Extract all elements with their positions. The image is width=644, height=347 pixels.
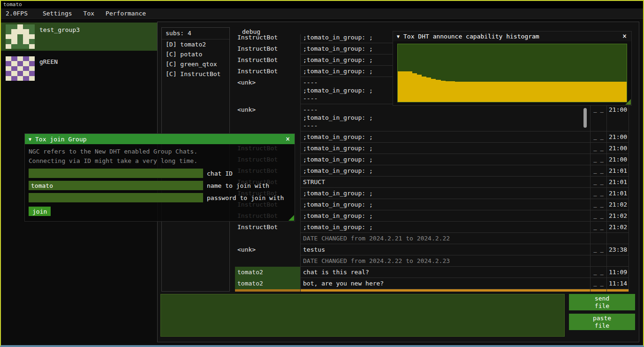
histogram-bar bbox=[560, 82, 565, 102]
group-item-test_group3[interactable]: test_group3 bbox=[1, 23, 157, 51]
member-row-InstructBot[interactable]: [C] InstructBot bbox=[162, 69, 229, 79]
join-group-titlebar: ▼ Tox join Group × bbox=[25, 134, 295, 144]
join-note-line1: NGC refers to the New DHT enabled Group … bbox=[29, 147, 291, 156]
chat-timestamp: 23:38 bbox=[606, 244, 629, 255]
chat-timestamp: 21:02 bbox=[606, 222, 629, 233]
chat-message: ;tomato_in_group: ; bbox=[300, 199, 590, 210]
histogram-bar bbox=[527, 82, 531, 102]
menu-items: SettingsToxPerformance bbox=[37, 10, 152, 17]
chat-status: _ _ bbox=[590, 199, 606, 210]
collapse-arrow-icon[interactable]: ▼ bbox=[397, 34, 400, 39]
histogram-bar bbox=[555, 82, 560, 102]
chat-timestamp: 21:00 bbox=[606, 143, 629, 154]
close-icon[interactable]: × bbox=[621, 33, 628, 40]
send-file-button[interactable]: send file bbox=[569, 294, 635, 310]
chat-status: _ _ bbox=[590, 267, 606, 278]
histogram-bar bbox=[460, 82, 464, 102]
join-name-input[interactable] bbox=[29, 181, 203, 190]
menu-item-tox[interactable]: Tox bbox=[78, 10, 100, 17]
chat-message: testus bbox=[300, 244, 590, 255]
chat-message: bot, are you new here? bbox=[300, 278, 590, 289]
histogram-bar bbox=[531, 82, 536, 102]
histogram-bar bbox=[441, 81, 446, 102]
chat-message: ;tomato_in_group: ; bbox=[300, 210, 590, 222]
chat-status: _ _ bbox=[590, 143, 606, 154]
chat-sender: <unk> bbox=[235, 244, 300, 255]
histogram-plot bbox=[397, 44, 627, 102]
join-button[interactable]: join bbox=[29, 207, 51, 216]
histogram-bar bbox=[402, 71, 407, 102]
chat-timestamp: 21:00 bbox=[606, 131, 629, 143]
histogram-bar bbox=[474, 82, 479, 102]
collapse-arrow-icon[interactable]: ▼ bbox=[29, 137, 31, 142]
chat-status: d bbox=[590, 289, 606, 292]
chat-sender: <unk> bbox=[235, 77, 300, 104]
members-list: [D] tomato2[C] potato[C] green_qtox[C] I… bbox=[162, 39, 229, 79]
join-note-line2: Connecting via ID might take a very long… bbox=[29, 156, 291, 166]
histogram-bar bbox=[589, 82, 593, 102]
chat-scrollbar-thumb[interactable] bbox=[583, 108, 587, 128]
chat-timestamp: 11:09 bbox=[606, 267, 629, 278]
histogram-bar bbox=[584, 82, 589, 102]
histogram-bar bbox=[598, 82, 603, 102]
histogram-bar bbox=[412, 73, 417, 102]
histogram-bar bbox=[446, 81, 450, 102]
member-row-tomato2[interactable]: [D] tomato2 bbox=[162, 39, 229, 49]
chat-message: STRUCT bbox=[300, 177, 590, 188]
histogram-bar bbox=[593, 82, 598, 102]
field-row-name: name to join with bbox=[29, 181, 291, 190]
join-password-input[interactable] bbox=[29, 193, 203, 202]
chat-date-separator: DATE CHANGED from 2024.2.21 to 2024.2.22 bbox=[300, 233, 590, 244]
close-icon[interactable]: × bbox=[285, 136, 291, 143]
chat-date-separator: DATE CHANGED from 2024.2.22 to 2024.2.23 bbox=[300, 255, 590, 267]
resize-grip[interactable] bbox=[288, 215, 294, 221]
histogram-bar bbox=[398, 71, 402, 102]
histogram-bar bbox=[431, 79, 436, 102]
group-item-gREEN[interactable]: gREEN bbox=[1, 54, 157, 83]
chat-sender: InstructBot bbox=[235, 222, 300, 233]
histogram-bar bbox=[436, 80, 440, 102]
histogram-bar bbox=[522, 82, 526, 102]
chat-timestamp: 21:02 bbox=[606, 199, 629, 210]
menu-item-settings[interactable]: Settings bbox=[37, 10, 78, 17]
fps-counter: 2.0FPS bbox=[1, 10, 32, 17]
join-group-title: Tox join Group bbox=[35, 136, 281, 143]
chat-message: ;tomato_in_group: ; bbox=[300, 188, 590, 199]
chat-status: _ _ bbox=[590, 222, 606, 233]
chat-message: ;tomato_in_group: ; bbox=[300, 131, 590, 143]
histogram-bar bbox=[422, 77, 426, 102]
paste-file-button[interactable]: paste file bbox=[569, 314, 635, 330]
chat-timestamp bbox=[606, 233, 629, 244]
member-row-green_qtox[interactable]: [C] green_qtox bbox=[162, 59, 229, 69]
chat-message: ;tomato_in_group: ; bbox=[300, 143, 590, 154]
histogram-bar bbox=[551, 82, 555, 102]
histogram-bar bbox=[455, 82, 460, 102]
chat-message: ----;tomato_in_group: ;---- bbox=[300, 104, 590, 131]
menu-item-performance[interactable]: Performance bbox=[100, 10, 152, 17]
chat-timestamp: 21:01 bbox=[606, 188, 629, 199]
histogram-bar bbox=[464, 82, 469, 102]
groups-list: test_group3gREEN bbox=[1, 23, 157, 83]
histogram-bar bbox=[617, 82, 622, 102]
histogram-bar bbox=[565, 82, 569, 102]
histogram-bar bbox=[488, 82, 493, 102]
join-name-label: name to join with bbox=[207, 182, 269, 189]
chat-message: chat is this real? bbox=[300, 267, 590, 278]
chat-status: _ _ bbox=[590, 244, 606, 255]
member-row-potato[interactable]: [C] potato bbox=[162, 49, 229, 59]
chat-message: ;tomato_in_group: ; bbox=[300, 222, 590, 233]
chat-message: No, I've been in this group for quite so… bbox=[300, 289, 590, 292]
chat-sender: <unk> bbox=[235, 104, 300, 131]
field-row-chat-id: chat ID bbox=[29, 169, 291, 178]
resize-grip[interactable] bbox=[625, 99, 631, 105]
histogram-bar bbox=[546, 82, 550, 102]
chat-sender: InstructBot bbox=[235, 43, 300, 54]
title-bar: tomato bbox=[1, 1, 643, 8]
chat-sender: InstructBot bbox=[235, 34, 300, 43]
dht-histogram-titlebar: ▼ Tox DHT announce capability histogram … bbox=[393, 31, 631, 41]
histogram-bar bbox=[450, 81, 455, 102]
chat-status: _ _ bbox=[590, 177, 606, 188]
chat-id-input[interactable] bbox=[29, 169, 203, 178]
message-input[interactable] bbox=[160, 294, 565, 337]
histogram-bar bbox=[536, 82, 541, 102]
